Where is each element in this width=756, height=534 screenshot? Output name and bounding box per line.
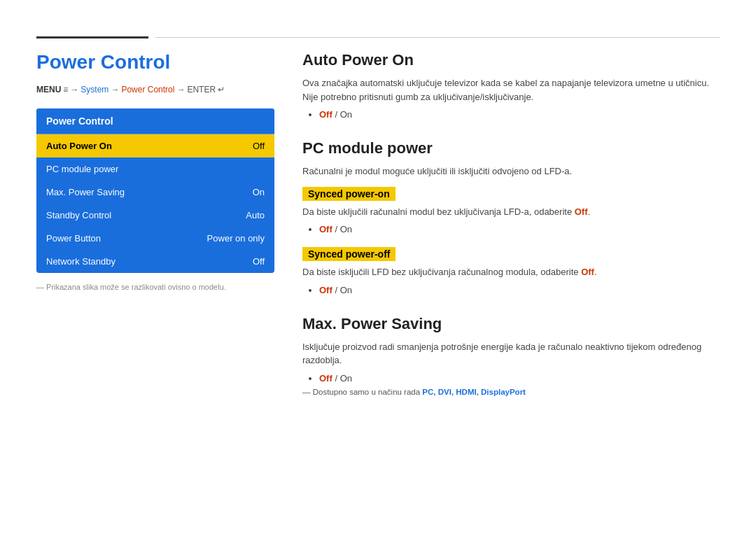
synced-on-option: Off / On (319, 224, 720, 234)
section-pc-module-desc: Računalni je modul moguće uključiti ili … (302, 164, 720, 178)
synced-off-desc-text: Da biste isključili LFD bez uključivanja… (302, 267, 581, 277)
synced-off-options: Off / On (302, 285, 720, 295)
auto-power-on-option: Off / On (319, 109, 720, 120)
synced-off-off: Off (319, 285, 332, 295)
synced-power-on-desc: Da biste uključili računalni modul bez u… (302, 205, 720, 219)
synced-power-off-subsection: Synced power-off Da biste isključili LFD… (302, 244, 720, 295)
menu-item-standby-value: Auto (246, 210, 265, 220)
menu-item-power-button-value: Power on only (207, 233, 265, 244)
rule-short (36, 36, 148, 38)
max-power-options: Off / On (302, 373, 720, 384)
synced-off-slash: / On (335, 285, 352, 295)
section-max-power-title: Max. Power Saving (302, 315, 720, 333)
left-panel: Power Control MENU ≡ → System → Power Co… (36, 51, 274, 416)
menu-item-max-power[interactable]: Max. Power Saving On (36, 181, 274, 204)
synced-power-on-label: Synced power-on (302, 187, 396, 201)
section-auto-power-on-title: Auto Power On (302, 51, 720, 69)
synced-power-off-label: Synced power-off (302, 247, 396, 261)
menu-item-max-power-label: Max. Power Saving (46, 187, 125, 197)
auto-power-on-slash: / On (335, 109, 352, 120)
menu-item-auto-power-on[interactable]: Auto Power On Off (36, 134, 274, 157)
note-links: PC, DVI, HDMI, DisplayPort (422, 388, 526, 396)
synced-on-options: Off / On (302, 224, 720, 234)
rule-long (155, 37, 720, 38)
synced-off-option: Off / On (319, 285, 720, 295)
section-max-power: Max. Power Saving Isključuje proizvod ra… (302, 315, 720, 396)
note-arrow: ― (302, 388, 313, 396)
menu-item-network-standby-value: Off (253, 256, 265, 267)
synced-on-off: Off (319, 224, 332, 234)
synced-on-desc-text: Da biste uključili računalni modul bez u… (302, 206, 575, 217)
section-auto-power-on: Auto Power On Ova značajka automatski uk… (302, 51, 720, 120)
menu-item-network-standby[interactable]: Network Standby Off (36, 250, 274, 273)
menu-item-network-standby-label: Network Standby (46, 256, 115, 267)
synced-on-desc-highlight: Off (575, 206, 588, 217)
page-title: Power Control (36, 51, 274, 73)
synced-on-desc-end: . (588, 206, 591, 217)
menu-item-power-button[interactable]: Power Button Power on only (36, 227, 274, 250)
footnote: ― Prikazana slika može se razlikovati ov… (36, 283, 274, 291)
menu-item-pc-module-label: PC module power (46, 164, 118, 174)
note-prefix: Dostupno samo u načinu rada (313, 388, 423, 396)
breadcrumb-enter-icon: ↵ (218, 85, 225, 94)
menu-item-pc-module[interactable]: PC module power (36, 157, 274, 181)
synced-on-slash: / On (335, 224, 352, 234)
top-rule (0, 36, 756, 38)
synced-power-on-subsection: Synced power-on Da biste uključili račun… (302, 184, 720, 235)
synced-off-desc-highlight: Off (581, 267, 594, 277)
synced-off-desc-end: . (594, 267, 597, 277)
breadcrumb-system[interactable]: System (80, 85, 108, 94)
menu-item-power-button-label: Power Button (46, 233, 101, 244)
breadcrumb-arrow3: → (176, 85, 185, 94)
breadcrumb-enter: ENTER (187, 85, 216, 94)
section-pc-module: PC module power Računalni je modul moguć… (302, 139, 720, 295)
section-pc-module-title: PC module power (302, 139, 720, 157)
auto-power-on-options: Off / On (302, 109, 720, 120)
menu-item-max-power-value: On (253, 187, 265, 197)
menu-item-standby[interactable]: Standby Control Auto (36, 204, 274, 227)
right-panel: Auto Power On Ova značajka automatski uk… (302, 51, 720, 416)
section-auto-power-on-desc: Ova značajka automatski uključuje televi… (302, 76, 720, 104)
max-power-off: Off (319, 373, 332, 384)
auto-power-on-off: Off (319, 109, 332, 120)
menu-header: Power Control (36, 108, 274, 134)
breadcrumb-menu-icon: ≡ (63, 85, 68, 94)
menu-item-standby-label: Standby Control (46, 210, 111, 220)
breadcrumb-arrow2: → (111, 85, 119, 94)
breadcrumb-menu: MENU (36, 85, 61, 94)
menu-item-auto-power-on-value: Off (253, 141, 265, 151)
breadcrumb: MENU ≡ → System → Power Control → ENTER … (36, 85, 274, 94)
breadcrumb-power-control[interactable]: Power Control (121, 85, 174, 94)
max-power-note: ― Dostupno samo u načinu rada PC, DVI, H… (302, 388, 720, 396)
menu-box: Power Control Auto Power On Off PC modul… (36, 108, 274, 273)
max-power-option: Off / On (319, 373, 720, 384)
max-power-slash: / On (335, 373, 352, 384)
synced-power-off-desc: Da biste isključili LFD bez uključivanja… (302, 265, 720, 279)
content-area: Power Control MENU ≡ → System → Power Co… (0, 51, 756, 416)
menu-item-auto-power-on-label: Auto Power On (46, 141, 112, 151)
breadcrumb-arrow1: → (70, 85, 78, 94)
section-max-power-desc: Isključuje proizvod radi smanjenja potro… (302, 340, 720, 367)
